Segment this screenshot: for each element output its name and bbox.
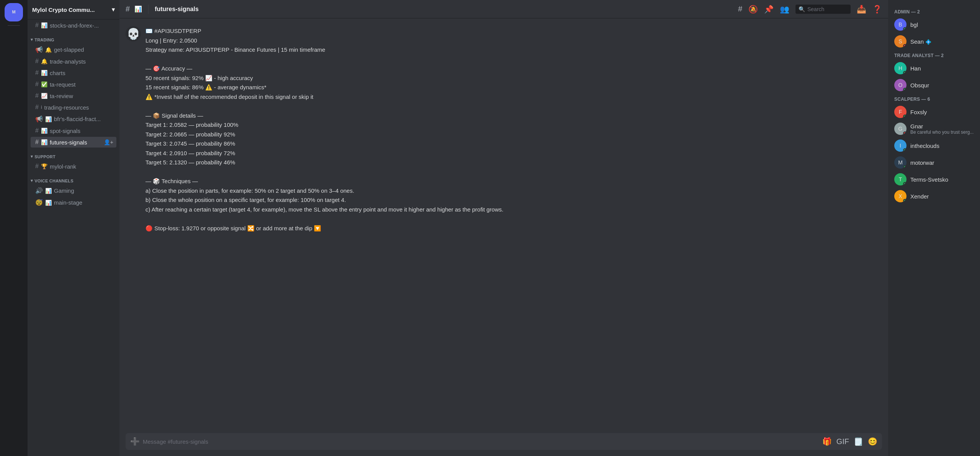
member-gnar[interactable]: G Gnar Be careful who you trust serg... — [891, 120, 977, 137]
message-body: ✉️ #API3USDTPERP Long | Entry: 2.0500 St… — [145, 27, 882, 233]
topbar-actions: # 🔕 📌 👥 🔍 Search 📥 ❓ — [738, 5, 882, 14]
acc-line2: 15 recent signals: 86% ⚠️ - average dyna… — [145, 83, 882, 92]
inbox-icon[interactable]: 📥 — [857, 5, 866, 14]
members-icon[interactable]: 👥 — [780, 5, 789, 14]
input-bar: ➕ 🎁 GIF 🗒️ 😊 — [119, 433, 888, 456]
topbar-divider — [148, 5, 149, 14]
channel-item-bfr[interactable]: 📢 📊 bfr's-flaccid-fract... — [31, 113, 116, 125]
gif-icon[interactable]: GIF — [836, 437, 849, 446]
channel-item-futures-signals[interactable]: # 📊 futures-signals 👤+ — [31, 137, 116, 148]
acc-note: ⚠️ *Invest half of the recommended depos… — [145, 93, 882, 102]
member-status-gnar: Be careful who you trust serg... — [910, 130, 973, 135]
member-name-sean: Sean 💠 — [910, 38, 931, 45]
target4: Target 4: 2.0910 — probability 72% — [145, 149, 882, 158]
signal-header-line: ✉️ #API3USDTPERP — [145, 27, 882, 36]
notification-icon[interactable]: 🔕 — [748, 5, 758, 14]
target2: Target 2: 2.0665 — probability 92% — [145, 130, 882, 139]
avatar-xender: X — [894, 190, 906, 202]
gift-icon[interactable]: 🎁 — [822, 437, 832, 446]
member-name-han: Han — [910, 65, 921, 72]
target1: Target 1: 2.0582 — probability 100% — [145, 121, 882, 130]
message-input[interactable] — [143, 438, 819, 445]
category-voice[interactable]: ▾ VOICE CHANNELS — [28, 172, 119, 185]
emoji-icon[interactable]: 😊 — [868, 437, 877, 446]
search-placeholder: Search — [807, 6, 824, 12]
avatar-motorwar: M — [894, 156, 906, 169]
server-name-bar[interactable]: Mylol Crypto Commu... ▾ — [28, 0, 119, 20]
channel-item-gaming[interactable]: 🔊 📊 Gaming — [31, 185, 116, 196]
stoploss: 🔴 Stop-loss: 1.9270 or opposite signal 🔀… — [145, 224, 882, 233]
acc-line1: 50 recent signals: 92% 📈 - high accuracy — [145, 74, 882, 83]
message-group-signal: 💀 ✉️ #API3USDTPERP Long | Entry: 2.0500 … — [119, 25, 888, 235]
member-motorwar[interactable]: M motorwar — [891, 154, 977, 171]
channel-item-charts[interactable]: # 📊 charts — [31, 67, 116, 78]
hashtag-topbar-icon[interactable]: # — [738, 5, 742, 13]
member-name-xender: Xender — [910, 193, 929, 200]
accuracy-header: — 🎯 Accuracy — — [145, 64, 882, 73]
channel-item-trade-analysts[interactable]: # 🔔 trade-analysts — [31, 56, 116, 67]
status-dot-xender — [903, 199, 906, 202]
member-sean[interactable]: S Sean 💠 — [891, 33, 977, 50]
signal-direction: Long | Entry: 2.0500 — [145, 36, 882, 45]
target5: Target 5: 2.1320 — probability 46% — [145, 158, 882, 167]
server-sidebar: M — [0, 0, 28, 456]
messages-area[interactable]: 💀 ✉️ #API3USDTPERP Long | Entry: 2.0500 … — [119, 18, 888, 433]
chevron-icon: ▾ — [31, 178, 33, 183]
topbar: # 📊 futures-signals # 🔕 📌 👥 🔍 Search 📥 ❓ — [119, 0, 888, 18]
help-icon[interactable]: ❓ — [872, 5, 882, 14]
status-dot-foxsly — [903, 115, 906, 118]
status-dot-sean — [903, 44, 906, 48]
message-input-box: ➕ 🎁 GIF 🗒️ 😊 — [126, 433, 882, 450]
avatar-terms-svetsko: T — [894, 173, 906, 185]
search-icon: 🔍 — [799, 6, 805, 12]
add-file-icon[interactable]: ➕ — [130, 437, 140, 446]
member-terms-svetsko[interactable]: T Terms-Svetsko — [891, 171, 977, 188]
tech-c: c) After reaching a certain target (targ… — [145, 205, 882, 214]
member-xender[interactable]: X Xender — [891, 188, 977, 205]
member-foxsly[interactable]: F Foxsly — [891, 103, 977, 120]
channel-item-mylol-rank[interactable]: # 🏆 mylol-rank — [31, 161, 116, 172]
message-content: ✉️ #API3USDTPERP Long | Entry: 2.0500 St… — [145, 26, 882, 233]
avatar-intheclouds: I — [894, 139, 906, 152]
status-dot-motorwar — [903, 165, 906, 169]
chevron-down-icon: ▾ — [112, 6, 115, 13]
avatar-han: H — [894, 62, 906, 74]
main-area: # 📊 futures-signals # 🔕 📌 👥 🔍 Search 📥 ❓… — [119, 0, 888, 456]
channel-item-ta-review[interactable]: # 📈 ta-review — [31, 90, 116, 101]
member-bgl[interactable]: B bgl — [891, 16, 977, 33]
category-trading[interactable]: ▾ TRADING — [28, 31, 119, 44]
member-name-gnar: Gnar — [910, 123, 973, 130]
member-obsqur[interactable]: O Obsqur — [891, 77, 977, 93]
topbar-channel-name: futures-signals — [155, 6, 199, 13]
channel-item-spot-signals[interactable]: # 📊 spot-signals — [31, 125, 116, 136]
chevron-icon: ▾ — [31, 37, 33, 42]
server-name: Mylol Crypto Commu... — [32, 7, 95, 13]
category-support[interactable]: ▾ SUPPORT — [28, 148, 119, 161]
member-name-foxsly: Foxsly — [910, 109, 927, 115]
server-icon-mylol[interactable]: M — [5, 3, 23, 21]
add-member-icon: 👤+ — [104, 139, 113, 145]
channel-label: stocks-and-forex-... — [50, 22, 113, 29]
status-dot-han — [903, 71, 906, 74]
member-name-motorwar: motorwar — [910, 159, 934, 166]
member-category-trade-analyst: TRADE ANALYST — 2 — [891, 50, 977, 60]
pin-icon[interactable]: 📌 — [764, 5, 774, 14]
channel-item-main-stage[interactable]: 😴 📊 main-stage — [31, 197, 116, 208]
channel-item-get-slapped[interactable]: 📢 🔔 get-slapped — [31, 44, 116, 55]
sticker-icon[interactable]: 🗒️ — [854, 437, 863, 446]
search-box[interactable]: 🔍 Search — [795, 5, 851, 14]
avatar-obsqur: O — [894, 79, 906, 91]
input-actions: 🎁 GIF 🗒️ 😊 — [822, 437, 877, 446]
avatar-gnar: G — [894, 123, 906, 135]
channel-item-trading-resources[interactable]: # i trading-resources — [31, 102, 116, 113]
status-dot-intheclouds — [903, 148, 906, 152]
avatar-bgl: B — [894, 18, 906, 31]
member-category-admin: ADMIN — 2 — [891, 6, 977, 16]
members-sidebar: ADMIN — 2 B bgl S Sean 💠 TRADE ANALYST —… — [888, 0, 980, 456]
member-intheclouds[interactable]: I intheclouds — [891, 137, 977, 154]
status-dot-gnar — [903, 131, 906, 135]
channel-item-stocks[interactable]: # 📊 stocks-and-forex-... — [31, 20, 116, 31]
channel-item-ta-request[interactable]: # ✅ ta-request — [31, 79, 116, 90]
member-han[interactable]: H Han — [891, 60, 977, 77]
avatar-foxsly: F — [894, 106, 906, 118]
